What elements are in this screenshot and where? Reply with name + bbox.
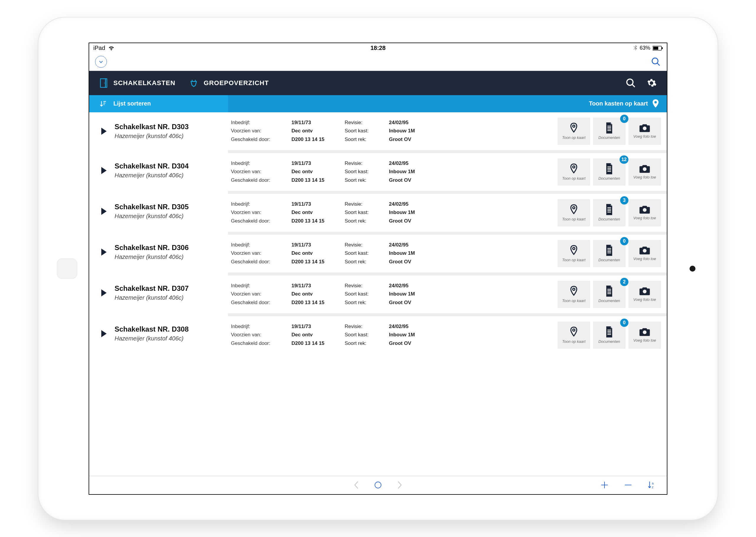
camera-dot xyxy=(690,266,696,271)
action-add-photo[interactable]: Voeg foto toe xyxy=(628,281,661,308)
browser-top-bar xyxy=(89,53,667,71)
row-expand[interactable]: Schakelkast NR. D303 Hazemeijer (kunstof… xyxy=(89,112,228,150)
tab-groepoverzicht[interactable]: GROEPOVERZICHT xyxy=(189,78,269,88)
lbl-voorzien: Voorzien van: xyxy=(231,127,283,135)
val-inbedrijf: 19/11/73 xyxy=(291,118,336,127)
val-voorzien: Dec ontv xyxy=(291,331,336,339)
device-label: iPad xyxy=(93,45,105,52)
lbl-revisie: Revisie: xyxy=(345,200,380,208)
action-documents[interactable]: 12 Documenten xyxy=(593,158,625,186)
nav-back-button[interactable] xyxy=(353,481,359,489)
list-row: Schakelkast NR. D307 Hazemeijer (kunstof… xyxy=(89,272,667,313)
pin-icon xyxy=(569,285,578,297)
lbl-soortrek: Soort rek: xyxy=(345,339,380,348)
document-icon xyxy=(605,245,614,256)
pin-icon xyxy=(569,245,578,256)
sort-button[interactable]: Lijst sorteren xyxy=(89,95,228,112)
val-soortkast: Inbouw 1M xyxy=(389,331,430,339)
row-expand[interactable]: Schakelkast NR. D306 Hazemeijer (kunstof… xyxy=(89,232,228,272)
svg-line-9 xyxy=(632,84,635,87)
home-button[interactable] xyxy=(57,258,77,279)
sort-az-button[interactable]: az xyxy=(647,480,655,489)
lbl-revisie: Revisie: xyxy=(345,241,380,249)
svg-point-13 xyxy=(643,167,647,171)
lbl-soortkast: Soort kast: xyxy=(345,127,380,135)
row-expand[interactable]: Schakelkast NR. D305 Hazemeijer (kunstof… xyxy=(89,191,228,232)
expand-icon xyxy=(101,208,107,215)
row-expand[interactable]: Schakelkast NR. D307 Hazemeijer (kunstof… xyxy=(89,272,228,313)
camera-icon xyxy=(639,287,651,296)
action-documents[interactable]: 0 Documenten xyxy=(593,118,625,145)
action-map-label: Toon op kaart xyxy=(562,339,585,344)
action-show-on-map[interactable]: Toon op kaart xyxy=(557,199,590,227)
lbl-revisie: Revisie: xyxy=(345,118,380,127)
val-inbedrijf: 19/11/73 xyxy=(291,322,336,331)
camera-icon xyxy=(639,327,651,336)
action-documents[interactable]: 2 Documenten xyxy=(593,281,625,308)
expand-icon xyxy=(101,167,107,174)
action-show-on-map[interactable]: Toon op kaart xyxy=(557,321,590,349)
svg-point-16 xyxy=(573,247,575,250)
val-soortrek: Groot OV xyxy=(389,258,430,266)
list-row: Schakelkast NR. D308 Hazemeijer (kunstof… xyxy=(89,313,667,354)
dropdown-button[interactable] xyxy=(95,56,107,68)
camera-icon xyxy=(639,246,651,255)
row-subtitle: Hazemeijer (kunstof 406c) xyxy=(115,213,189,220)
settings-button[interactable] xyxy=(646,78,657,88)
action-add-photo[interactable]: Voeg foto toe xyxy=(628,199,661,227)
browser-search-button[interactable] xyxy=(651,57,661,67)
app-search-button[interactable] xyxy=(625,78,636,88)
camera-icon xyxy=(639,205,651,214)
row-subtitle: Hazemeijer (kunstof 406c) xyxy=(115,335,189,342)
action-map-label: Toon op kaart xyxy=(562,176,585,181)
show-on-map-button[interactable]: Toon kasten op kaart xyxy=(589,99,667,108)
row-expand[interactable]: Schakelkast NR. D304 Hazemeijer (kunstof… xyxy=(89,150,228,191)
row-title: Schakelkast NR. D303 xyxy=(115,123,189,131)
row-title: Schakelkast NR. D304 xyxy=(115,162,189,170)
val-revisie: 24/02/95 xyxy=(389,241,430,249)
action-documents[interactable]: 3 Documenten xyxy=(593,199,625,227)
nav-forward-button[interactable] xyxy=(397,481,403,489)
action-add-photo[interactable]: Voeg foto toe xyxy=(628,158,661,186)
action-documents[interactable]: 0 Documenten xyxy=(593,321,625,349)
lbl-geschakeld: Geschakeld door: xyxy=(231,339,283,348)
action-map-label: Toon op kaart xyxy=(562,299,585,303)
list-row: Schakelkast NR. D303 Hazemeijer (kunstof… xyxy=(89,112,667,150)
lbl-geschakeld: Geschakeld door: xyxy=(231,299,283,307)
add-button[interactable] xyxy=(600,480,609,489)
action-add-photo[interactable]: Voeg foto toe xyxy=(628,240,661,267)
lbl-geschakeld: Geschakeld door: xyxy=(231,135,283,144)
val-soortrek: Groot OV xyxy=(389,135,430,144)
row-title: Schakelkast NR. D305 xyxy=(115,203,189,211)
action-show-on-map[interactable]: Toon op kaart xyxy=(557,158,590,186)
val-voorzien: Dec ontv xyxy=(291,290,336,298)
lbl-soortrek: Soort rek: xyxy=(345,135,380,144)
val-geschakeld: D200 13 14 15 xyxy=(291,258,336,266)
action-documents[interactable]: 0 Documenten xyxy=(593,240,625,267)
tab-schakelkasten[interactable]: SCHAKELKASTEN xyxy=(99,78,175,88)
row-expand[interactable]: Schakelkast NR. D308 Hazemeijer (kunstof… xyxy=(89,313,228,354)
val-geschakeld: D200 13 14 15 xyxy=(291,217,336,225)
map-pin-icon xyxy=(652,99,659,108)
svg-point-18 xyxy=(573,288,575,291)
document-icon xyxy=(605,163,614,174)
lbl-inbedrijf: Inbedrijf: xyxy=(231,118,283,127)
action-show-on-map[interactable]: Toon op kaart xyxy=(557,281,590,308)
svg-text:z: z xyxy=(652,485,653,489)
nav-reload-button[interactable] xyxy=(374,481,382,489)
row-subtitle: Hazemeijer (kunstof 406c) xyxy=(115,254,189,260)
lbl-soortrek: Soort rek: xyxy=(345,176,380,185)
remove-button[interactable] xyxy=(624,480,632,489)
action-show-on-map[interactable]: Toon op kaart xyxy=(557,240,590,267)
row-list[interactable]: Schakelkast NR. D303 Hazemeijer (kunstof… xyxy=(89,112,667,476)
tab-groepoverzicht-label: GROEPOVERZICHT xyxy=(204,79,269,87)
val-soortkast: Inbouw 1M xyxy=(389,249,430,257)
action-add-photo[interactable]: Voeg foto toe xyxy=(628,118,661,145)
document-icon xyxy=(605,285,614,297)
action-add-photo[interactable]: Voeg foto toe xyxy=(628,321,661,349)
action-docs-label: Documenten xyxy=(598,217,620,221)
action-show-on-map[interactable]: Toon op kaart xyxy=(557,118,590,145)
row-subtitle: Hazemeijer (kunstof 406c) xyxy=(115,133,189,140)
action-docs-label: Documenten xyxy=(598,339,620,344)
clock: 18:28 xyxy=(370,45,385,52)
